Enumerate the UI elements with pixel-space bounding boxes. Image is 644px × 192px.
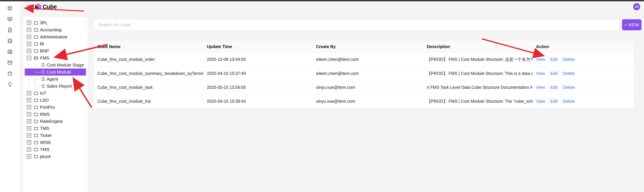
tree-item-label: Ticket: [40, 133, 52, 138]
cell-update-time: 2025-12-08 13:44:50: [204, 57, 313, 62]
tree-item-bnp[interactable]: BNP: [23, 47, 88, 54]
expand-icon[interactable]: [27, 112, 31, 116]
tree-item-fms[interactable]: FMS: [23, 54, 88, 62]
tree-item-cost-module-stage[interactable]: Cost Module Stage: [25, 62, 86, 69]
tree-item-portpro[interactable]: PortPro: [23, 104, 88, 111]
edit-link[interactable]: Edit: [550, 71, 558, 76]
cell-update-time: 2025-05-15 13:56:05: [204, 85, 313, 90]
tree-item-rateengine[interactable]: RateEngine: [23, 118, 88, 125]
inbox-icon[interactable]: [7, 38, 13, 44]
tree-item-ticket[interactable]: Ticket: [23, 132, 88, 139]
cell-update-time: 2025-04-10 15:37:40: [204, 71, 313, 76]
tree-item-accounting[interactable]: Accounting: [23, 26, 88, 33]
cell-description: 【PROD】 FMS | Cost Module Structure: The …: [424, 98, 533, 104]
divider: [560, 85, 560, 89]
cell-actions: ViewEditDelete: [533, 71, 634, 76]
expand-icon[interactable]: [27, 42, 31, 46]
divider: [548, 57, 548, 62]
expand-icon[interactable]: [27, 35, 31, 39]
edit-link[interactable]: Edit: [550, 85, 558, 90]
document-icon[interactable]: [7, 27, 13, 33]
table-row-4: Cube_fms_cost_module_trip 2025-04-10 15:…: [94, 94, 634, 108]
view-link[interactable]: View: [536, 85, 545, 90]
folder-icon: [34, 49, 38, 53]
tree-item-label-selected: Cost Module: [47, 70, 71, 75]
tree-item-rms[interactable]: RMS: [23, 111, 88, 118]
tree-item-label: RateEngine: [40, 119, 63, 124]
tree-item-wise[interactable]: WISE: [23, 139, 88, 146]
tree-item-sales-report[interactable]: Sales Report: [25, 83, 86, 90]
divider: [560, 71, 560, 75]
tree-item-iot[interactable]: IoT: [23, 90, 88, 97]
table-row-2: Cube_fms_cost_module_summary_breakdown_b…: [94, 66, 634, 80]
tree-item-3pl[interactable]: 3PL: [23, 19, 88, 26]
folder-icon: [34, 140, 38, 145]
folder-icon: [34, 119, 38, 124]
cell-actions: ViewEditDelete: [533, 99, 634, 104]
view-link[interactable]: View: [536, 99, 545, 104]
edit-link[interactable]: Edit: [550, 99, 558, 104]
tree-item-label: Cost Module Stage: [47, 63, 84, 68]
tree-item-label: YMS: [40, 147, 49, 152]
folder-open-icon: [34, 56, 38, 60]
folder-icon: [34, 126, 38, 131]
tree-item-label: FMS: [40, 55, 49, 61]
tree-item-tms[interactable]: TMS: [23, 125, 88, 132]
expand-icon[interactable]: [27, 126, 31, 130]
view-link[interactable]: View: [536, 57, 545, 62]
list-icon[interactable]: [7, 49, 13, 55]
menu-fold-icon[interactable]: [26, 4, 32, 10]
tree-item-yms[interactable]: YMS: [23, 146, 88, 153]
cell-create-by: xinyu.xue@item.com: [313, 99, 424, 104]
expand-icon[interactable]: [27, 49, 31, 53]
app-header: Cube XX: [20, 1, 644, 12]
cell-cube-name: Cube_fms_cost_module_order: [94, 57, 204, 62]
avatar[interactable]: XX: [633, 3, 640, 10]
expand-icon[interactable]: [27, 91, 31, 95]
expand-icon[interactable]: [27, 98, 31, 102]
expand-icon[interactable]: [27, 154, 31, 159]
tree-item-label: Agent: [47, 77, 58, 82]
tree-item-label: Administrative: [40, 34, 67, 40]
sql-monitor-icon[interactable]: [7, 16, 13, 22]
folder-icon: [34, 98, 38, 102]
col-header-create-by: Create By: [313, 44, 424, 49]
delete-link[interactable]: Delete: [563, 57, 575, 62]
tree-item-label: BNP: [40, 48, 49, 54]
idea-icon[interactable]: [7, 81, 13, 88]
expand-icon[interactable]: [27, 105, 31, 109]
view-link[interactable]: View: [536, 71, 545, 76]
cube-tree-panel: 3PL Accounting Administrative BI: [23, 17, 88, 192]
expand-icon[interactable]: [27, 147, 31, 152]
tree-item-bi[interactable]: BI: [23, 40, 88, 47]
tree-item-label: IoT: [40, 91, 46, 96]
collapse-icon[interactable]: [27, 56, 31, 60]
delete-link[interactable]: Delete: [563, 99, 575, 104]
file-icon: [41, 77, 45, 81]
mail-icon[interactable]: [7, 60, 13, 66]
expand-icon[interactable]: [27, 140, 31, 145]
tree-item-agent[interactable]: Agent: [25, 76, 86, 83]
cell-create-by: eileen.chen@item.com: [313, 71, 424, 76]
gauge-icon[interactable]: [7, 70, 13, 77]
expand-icon[interactable]: [27, 119, 31, 123]
search-input[interactable]: [94, 19, 619, 30]
delete-link[interactable]: Delete: [563, 85, 575, 90]
col-header-description: Description: [424, 44, 533, 49]
tree-item-plusa[interactable]: plusA: [23, 153, 88, 160]
toolbar: + NEW: [94, 19, 642, 30]
app-shell: Cube XX 3PL Accounting: [0, 1, 644, 192]
edit-link[interactable]: Edit: [550, 57, 558, 62]
delete-link[interactable]: Delete: [563, 71, 575, 76]
expand-icon[interactable]: [27, 133, 31, 138]
tree-item-cost-module[interactable]: Cost Module: [25, 69, 86, 76]
cell-description: 【PROD】 FMS | Cost Module Structure: This…: [424, 71, 533, 76]
tree-item-lso[interactable]: LSO: [23, 97, 88, 104]
col-header-update-time: Update Time: [204, 44, 313, 49]
new-button[interactable]: + NEW: [622, 19, 642, 30]
tree-item-administrative[interactable]: Administrative: [23, 33, 88, 40]
expand-icon[interactable]: [27, 21, 31, 25]
expand-icon[interactable]: [27, 28, 31, 32]
cube-table: Cube Name Update Time Create By Descript…: [94, 41, 634, 108]
cube-icon[interactable]: [7, 5, 13, 11]
